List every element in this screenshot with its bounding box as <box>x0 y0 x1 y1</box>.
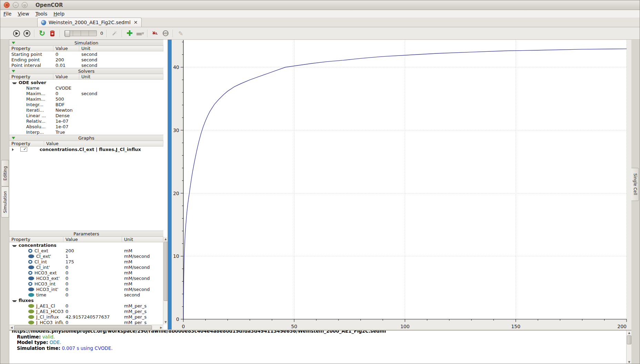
table-row[interactable]: Maxim...0second <box>9 91 163 96</box>
delay-slider[interactable] <box>64 30 97 36</box>
parameter-row[interactable]: HCO3_ext'0mM/second <box>9 275 163 281</box>
parameter-row[interactable]: Cl_int175mM <box>9 259 163 264</box>
table-row[interactable]: Relativ...1e-07 <box>9 118 163 124</box>
column-header-cell[interactable]: Unit <box>122 237 163 242</box>
expander-down-icon[interactable] <box>12 82 17 84</box>
section-graphs[interactable]: Graphs <box>9 135 163 141</box>
parameter-row[interactable]: HCO3_int'0mM/second <box>9 286 163 292</box>
parameter-group-row[interactable]: concentrations <box>9 242 163 248</box>
parameter-row[interactable]: HCO3_int0mM <box>9 281 163 286</box>
delay-slider-handle[interactable] <box>65 30 70 37</box>
minimize-window-button[interactable]: – <box>13 2 19 8</box>
column-header-cell[interactable]: Value <box>53 46 79 51</box>
table-row[interactable]: Maxim...500 <box>9 96 163 102</box>
parameter-row[interactable]: J_AE1_HCO30mM_per_s <box>9 309 163 314</box>
table-row[interactable]: Iterati...Newton <box>9 107 163 113</box>
graph-checkbox[interactable]: ✓ <box>20 147 27 152</box>
collapse-arrow-icon[interactable] <box>12 42 15 44</box>
runtime-value: valid. <box>42 334 55 340</box>
expander-down-icon[interactable] <box>12 245 17 247</box>
column-header-cell[interactable]: Value <box>63 237 122 242</box>
collapse-arrow-icon[interactable] <box>12 70 15 72</box>
file-tab[interactable]: Weinstein_2000_AE1_Fig2C.sedml ✕ <box>37 18 142 27</box>
table-row[interactable]: Point interval0.01second <box>9 62 163 68</box>
table-row[interactable]: NameCVODE <box>9 85 163 91</box>
run-simulation-button[interactable] <box>12 29 21 38</box>
cellml-export-button[interactable]: ᴍʟ <box>151 29 160 38</box>
scroll-down-icon[interactable]: ▼ <box>163 320 168 324</box>
tab-close-icon[interactable]: ✕ <box>134 20 138 25</box>
scrollbar-thumb[interactable] <box>14 325 152 330</box>
section-solvers[interactable]: Solvers <box>9 68 163 74</box>
scrollbar-thumb[interactable] <box>164 242 168 301</box>
add-graph-panel-button[interactable]: ✚ <box>125 29 134 38</box>
rate-circle-icon <box>28 265 34 269</box>
table-row[interactable]: Absolu...1e-07 <box>9 124 163 129</box>
parameters-scrollbar[interactable]: ▲▼ <box>163 237 167 324</box>
expander-right-icon[interactable] <box>12 148 16 151</box>
maximize-window-button[interactable]: ▫ <box>22 2 28 8</box>
column-header[interactable]: PropertyValue <box>9 141 163 146</box>
plot-canvas[interactable]: 010203040050100150200 <box>172 40 631 330</box>
pencil-icon: ✎ <box>178 30 183 37</box>
sedml-export-button[interactable]: SED <box>161 29 170 38</box>
menu-tools[interactable]: Tools <box>32 10 51 17</box>
panel-hscrollbar[interactable]: ◀▶ <box>9 325 163 330</box>
scroll-right-icon[interactable]: ▶ <box>159 325 163 330</box>
menu-help[interactable]: Help <box>50 10 68 17</box>
parameter-row[interactable]: Cl_int'0mM/second <box>9 264 163 270</box>
column-header-cell[interactable]: Property <box>9 141 44 146</box>
parameter-group-row[interactable]: fluxes <box>9 297 163 303</box>
scrollbar-thumb[interactable] <box>627 335 631 344</box>
stop-simulation-button[interactable] <box>22 29 31 38</box>
parameter-row[interactable]: J_Cl_influx42.9157240577637mM_per_s <box>9 314 163 320</box>
column-header[interactable]: PropertyValueUnit <box>9 74 163 80</box>
menu-view[interactable]: View <box>14 10 32 17</box>
panel-splitter-handle[interactable] <box>168 40 172 330</box>
parameter-row[interactable]: HCO3_ext0mM <box>9 270 163 275</box>
scroll-up-icon[interactable]: ▲ <box>163 237 168 241</box>
column-header[interactable]: PropertyValueUnit <box>9 46 163 51</box>
graph-panel[interactable]: 010203040050100150200 <box>172 40 631 330</box>
preferences-button[interactable]: ✎ <box>176 29 185 38</box>
sedml-file-icon <box>41 20 46 25</box>
table-row[interactable]: Starting point0second <box>9 51 163 57</box>
development-mode-button[interactable] <box>110 29 119 38</box>
column-header-cell[interactable]: Property <box>9 74 53 79</box>
output-scrollbar[interactable]: ▲ ▼ <box>626 331 631 364</box>
column-header-cell[interactable]: Property <box>9 237 63 242</box>
scroll-up-icon[interactable]: ▲ <box>627 331 631 335</box>
section-parameters[interactable]: Parameters <box>9 231 163 237</box>
parameter-row[interactable]: Cl_ext200mM <box>9 248 163 253</box>
table-row[interactable]: Ending point200second <box>9 57 163 62</box>
view-tab-single-cell[interactable]: Single Cell <box>631 168 639 201</box>
parameter-row[interactable]: J_HCO3_influx0mM_per_s <box>9 320 163 325</box>
close-window-button[interactable]: ✕ <box>4 2 10 8</box>
scroll-left-icon[interactable]: ◀ <box>9 325 14 330</box>
column-header-cell[interactable]: Unit <box>79 74 163 79</box>
parameter-row[interactable]: J_AE1_Cl0mM_per_s <box>9 303 163 309</box>
reset-parameters-button[interactable]: ↻ <box>38 29 47 38</box>
column-header-cell[interactable]: Value <box>53 74 79 79</box>
section-simulation[interactable]: Simulation <box>9 40 163 46</box>
table-row[interactable]: Interp...True <box>9 129 163 135</box>
expander-down-icon[interactable] <box>12 300 17 302</box>
collapse-arrow-icon[interactable] <box>12 137 15 139</box>
column-header-cell[interactable]: Property <box>9 46 53 51</box>
table-row[interactable]: Integr...BDF <box>9 102 163 107</box>
view-tab-editing[interactable]: Editing <box>1 160 9 186</box>
menu-file[interactable]: File <box>0 10 14 17</box>
chevron-down-icon[interactable]: ▼ <box>142 32 144 35</box>
remove-graph-panel-button[interactable]: ▬▼ <box>135 29 144 38</box>
table-row[interactable]: Linear ...Dense <box>9 113 163 118</box>
solver-group-row[interactable]: ODE solver <box>9 80 163 85</box>
column-header-cell[interactable]: Value <box>44 141 163 146</box>
column-header[interactable]: PropertyValueUnit <box>9 237 163 242</box>
view-tab-simulation[interactable]: Simulation <box>1 186 9 218</box>
parameter-row[interactable]: Cl_ext'1mM/second <box>9 253 163 259</box>
clear-simulation-data-button[interactable] <box>48 29 57 38</box>
scroll-down-icon[interactable]: ▼ <box>627 360 631 364</box>
graph-row[interactable]: ✓concentrations.Cl_ext | fluxes.J_Cl_inf… <box>9 146 163 152</box>
parameter-row[interactable]: time0second <box>9 292 163 297</box>
column-header-cell[interactable]: Unit <box>79 46 163 51</box>
